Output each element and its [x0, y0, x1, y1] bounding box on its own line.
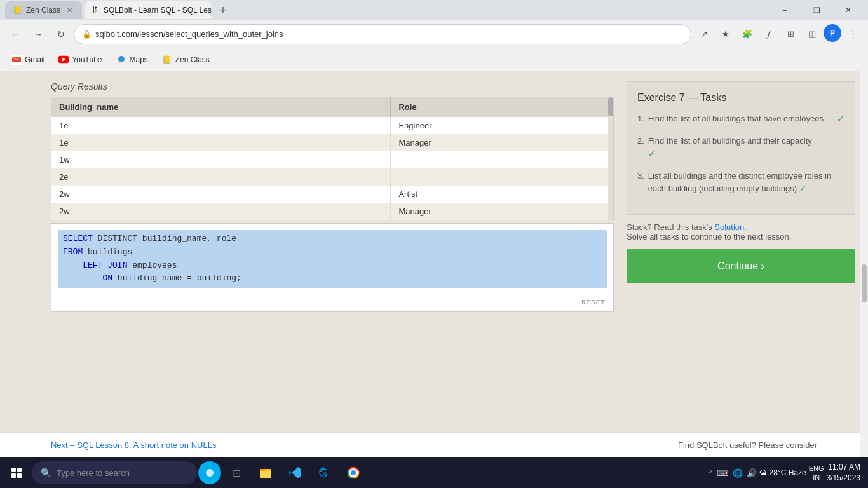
reset-button[interactable]: RESET: [581, 299, 606, 306]
taskbar-search[interactable]: 🔍 Type here to search: [32, 461, 197, 484]
taskbar-explorer[interactable]: [252, 459, 280, 487]
share-button[interactable]: ↗: [694, 24, 714, 44]
extensions-button[interactable]: 🧩: [737, 24, 757, 44]
search-placeholder: Type here to search: [57, 468, 130, 478]
title-bar: 📒 Zen Class ✕ 🗄 SQLBolt - Learn SQL - SQ…: [0, 0, 868, 20]
task-text-1: Find the list of all buildings that have…: [648, 112, 833, 126]
lang-eng: ENG: [809, 464, 824, 473]
time: 11:07 AM: [827, 462, 860, 473]
start-button[interactable]: [3, 459, 31, 487]
task-number-2: 2.: [637, 135, 644, 161]
table-row: 1eEngineer: [51, 117, 613, 134]
next-lesson-link[interactable]: Next – SQL Lesson 8: A short note on NUL…: [51, 440, 216, 450]
table-header-row: Building_name Role: [51, 97, 613, 117]
taskbar-right: ^ ⌨ 🌐 🔊 🌤 28°C Haze ENG IN 11:07 AM 3/15…: [709, 462, 865, 484]
solution-link[interactable]: Solution.: [714, 222, 747, 232]
results-table-container: Building_name Role 1eEngineer1eManager1w…: [51, 97, 614, 220]
bookmark-youtube[interactable]: YouTube: [52, 52, 108, 67]
table-row: 1w: [51, 151, 613, 168]
bookmark-maps-label: Maps: [130, 55, 148, 64]
sql-code-block: SELECT DISTINCT building_name, role FROM…: [58, 230, 607, 288]
task-number-3: 3.: [637, 170, 644, 196]
solve-text: Solve all tasks to continue to the next …: [627, 232, 855, 241]
zenclass-icon: 📒: [162, 55, 172, 65]
system-tray: ^ ⌨ 🌐 🔊: [709, 468, 756, 478]
minimize-button[interactable]: –: [770, 0, 799, 20]
lang-in: IN: [809, 473, 824, 482]
tab-title-2: SQLBolt - Learn SQL - SQL Lesso: [104, 6, 212, 15]
back-button[interactable]: ←: [5, 24, 25, 44]
tasks-section: Exercise 7 — Tasks 1. Find the list of a…: [627, 81, 855, 215]
table-row: 2wManager: [51, 203, 613, 220]
svg-point-9: [351, 471, 355, 475]
reload-button[interactable]: ↻: [51, 24, 71, 44]
cell-building-name: 1e: [51, 117, 391, 134]
task-check-2: ✓: [648, 149, 656, 159]
taskbar-taskview[interactable]: ⊡: [222, 459, 250, 487]
right-panel: Exercise 7 — Tasks 1. Find the list of a…: [627, 81, 855, 422]
query-results-title: Query Results: [51, 81, 614, 92]
address-bar[interactable]: 🔒 sqlbolt.com/lesson/select_queries_with…: [74, 24, 691, 44]
left-panel: Query Results Building_name Role 1eEngin…: [51, 81, 614, 422]
task-check-3: ✓: [799, 183, 807, 193]
favorite-button[interactable]: ★: [715, 24, 736, 44]
language-display[interactable]: ENG IN: [809, 464, 824, 482]
continue-button[interactable]: Continue ›: [627, 249, 855, 283]
stuck-text: Stuck? Read this task's Solution.: [627, 222, 855, 232]
table-row: 2e: [51, 168, 613, 186]
maps-icon: [116, 55, 126, 65]
weather-widget[interactable]: 🌤 28°C Haze: [759, 468, 806, 477]
results-table: Building_name Role 1eEngineer1eManager1w…: [51, 97, 613, 220]
taskbar-vscode[interactable]: [281, 459, 309, 487]
bookmark-youtube-label: YouTube: [72, 55, 102, 64]
new-tab-button[interactable]: +: [214, 1, 232, 19]
chevron-up-icon[interactable]: ^: [709, 468, 712, 478]
bookmark-zenclass-label: Zen Class: [175, 55, 210, 64]
close-button[interactable]: ✕: [834, 0, 863, 20]
cell-building-name: 2w: [51, 203, 391, 220]
svg-rect-6: [260, 469, 265, 471]
table-scrollbar-thumb: [608, 97, 613, 116]
sql-line-2: FROM buildings: [63, 246, 602, 259]
col-role: Role: [391, 97, 613, 117]
sql-editor[interactable]: SELECT DISTINCT building_name, role FROM…: [51, 223, 614, 312]
task-text-2: Find the list of all buildings and their…: [648, 135, 844, 161]
keyboard-icon[interactable]: ⌨: [717, 468, 729, 478]
network-icon[interactable]: 🌐: [733, 468, 743, 478]
bookmark-maps[interactable]: Maps: [110, 52, 154, 67]
cell-building-name: 1w: [51, 151, 391, 168]
weather-text: 28°C Haze: [770, 468, 806, 477]
more-button[interactable]: ⋮: [843, 24, 863, 44]
sidebar-button[interactable]: ◫: [802, 24, 822, 44]
bottom-navigation: Next – SQL Lesson 8: A short note on NUL…: [0, 432, 868, 458]
cell-building-name: 2w: [51, 186, 391, 203]
tab-sqlbolt[interactable]: 🗄 SQLBolt - Learn SQL - SQL Lesso ✕: [85, 1, 212, 19]
bookmark-zenclass[interactable]: 📒 Zen Class: [156, 52, 216, 67]
collections-button[interactable]: ⊞: [780, 24, 801, 44]
taskbar-chrome[interactable]: [339, 459, 367, 487]
page-scrollbar[interactable]: [860, 71, 868, 458]
maximize-button[interactable]: ❑: [802, 0, 831, 20]
task-item-2: 2. Find the list of all buildings and th…: [637, 135, 844, 161]
table-scrollbar[interactable]: [608, 97, 613, 220]
bookmark-gmail[interactable]: Gmail: [5, 52, 51, 67]
stuck-section: Stuck? Read this task's Solution. Solve …: [627, 222, 855, 241]
forward-button[interactable]: →: [28, 24, 48, 44]
tab-close-btn[interactable]: ✕: [64, 5, 74, 15]
cell-role: Manager: [391, 134, 613, 151]
cortana-button[interactable]: [198, 461, 221, 484]
puzzle-button[interactable]: 𝑓: [759, 24, 779, 44]
date: 3/15/2023: [827, 473, 860, 484]
taskbar: 🔍 Type here to search ⊡ ^ ⌨ 🌐 🔊 🌤 28°C H…: [0, 458, 868, 488]
gmail-icon: [11, 55, 22, 65]
task-item-3: 3. List all buildings and the distinct e…: [637, 170, 844, 196]
profile-button[interactable]: P: [824, 24, 841, 42]
tab-zen-class[interactable]: 📒 Zen Class ✕: [5, 1, 82, 19]
bottom-right-text: Find SQLBolt useful? Please consider: [678, 440, 817, 450]
bookmark-gmail-label: Gmail: [25, 55, 44, 64]
time-display[interactable]: 11:07 AM 3/15/2023: [827, 462, 860, 484]
taskbar-edge[interactable]: [310, 459, 338, 487]
scrollbar-thumb: [862, 264, 867, 302]
speaker-icon[interactable]: 🔊: [747, 468, 757, 478]
windows-icon: [11, 468, 22, 478]
